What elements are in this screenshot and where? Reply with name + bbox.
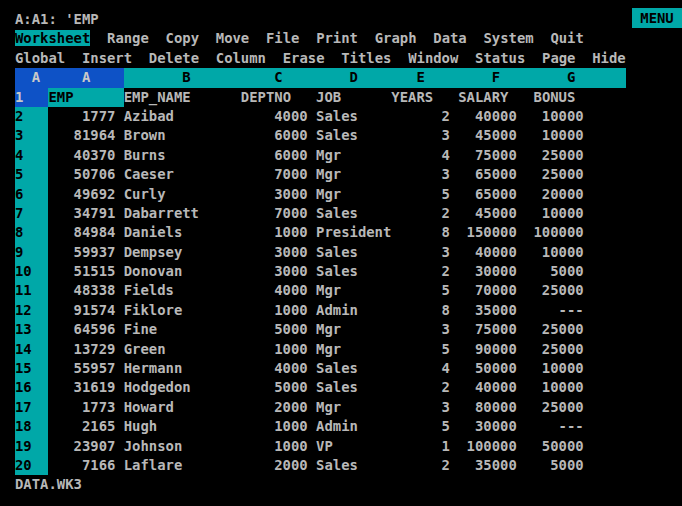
row-cells[interactable]: 34791 Dabarrett 7000 Sales 2 45000 10000	[48, 205, 583, 221]
sheet-row-10: 10 51515 Donovan 3000 Sales 2 30000 5000	[15, 262, 675, 281]
row-number-16[interactable]: 16	[15, 378, 48, 397]
row-cells[interactable]: 13729 Green 1000 Mgr 5 90000 25000	[48, 341, 583, 357]
mode-indicator: MENU	[632, 8, 682, 28]
row-number-19[interactable]: 19	[15, 437, 48, 456]
row-cells[interactable]: 23907 Johnson 1000 VP 1 100000 50000	[48, 438, 583, 454]
row-number-10[interactable]: 10	[15, 262, 48, 281]
row-number-6[interactable]: 6	[15, 185, 48, 204]
submenu-item-page[interactable]: Page	[542, 50, 575, 66]
menu-bar: Worksheet Range Copy Move File Print Gra…	[15, 29, 675, 48]
submenu-bar: Global Insert Delete Column Erase Titles…	[15, 49, 675, 68]
row-cells[interactable]: 7166 Laflare 2000 Sales 2 35000 5000	[48, 457, 583, 473]
row-number-13[interactable]: 13	[15, 320, 48, 339]
row-number-20[interactable]: 20	[15, 456, 48, 475]
row-cells[interactable]: 55957 Hermann 4000 Sales 4 50000 10000	[48, 360, 583, 376]
menu-item-print[interactable]: Print	[316, 30, 358, 46]
column-header-f[interactable]: F	[492, 69, 500, 85]
sheet-row-9: 9 59937 Dempsey 3000 Sales 3 40000 10000	[15, 243, 675, 262]
row-cells[interactable]: 81964 Brown 6000 Sales 3 45000 10000	[48, 127, 583, 143]
sheet-row-7: 7 34791 Dabarrett 7000 Sales 2 45000 100…	[15, 204, 675, 223]
text-grid: A:A1: 'EMPMENU Worksheet Range Copy Move…	[15, 10, 675, 495]
row-cells[interactable]: 91574 Fiklore 1000 Admin 8 35000 ---	[48, 302, 583, 318]
column-header-c[interactable]: C	[274, 69, 282, 85]
row-number-9[interactable]: 9	[15, 243, 48, 262]
row-cells[interactable]: 48338 Fields 4000 Mgr 5 70000 25000	[48, 282, 583, 298]
menu-item-file[interactable]: File	[266, 30, 299, 46]
row-number-3[interactable]: 3	[15, 126, 48, 145]
row-cells[interactable]: 2165 Hugh 1000 Admin 5 30000 ---	[48, 418, 583, 434]
cell-cursor-a1[interactable]: EMP	[48, 88, 123, 107]
row-number-5[interactable]: 5	[15, 165, 48, 184]
row-number-2[interactable]: 2	[15, 107, 48, 126]
row-cells[interactable]: 84984 Daniels 1000 President 8 150000 10…	[48, 224, 583, 240]
submenu-item-erase[interactable]: Erase	[283, 50, 325, 66]
row-number-1[interactable]: 1	[15, 88, 48, 107]
sheet-row-13: 13 64596 Fine 5000 Mgr 3 75000 25000	[15, 320, 675, 339]
row-cells[interactable]: 1773 Howard 2000 Mgr 3 80000 25000	[48, 399, 583, 415]
row-number-11[interactable]: 11	[15, 281, 48, 300]
row-number-8[interactable]: 8	[15, 223, 48, 242]
row-number-15[interactable]: 15	[15, 359, 48, 378]
frame-corner-and-column-a: A A	[15, 68, 124, 87]
sheet-row-11: 11 48338 Fields 4000 Mgr 5 70000 25000	[15, 281, 675, 300]
lotus-123-screen: A:A1: 'EMPMENU Worksheet Range Copy Move…	[0, 0, 682, 506]
sheet-row-1: 1 EMP EMP_NAME DEPTNO JOB YEARS SALARY B…	[15, 88, 675, 107]
sheet-row-15: 15 55957 Hermann 4000 Sales 4 50000 1000…	[15, 359, 675, 378]
sheet-rows: 1 EMP EMP_NAME DEPTNO JOB YEARS SALARY B…	[15, 88, 675, 476]
row-cells[interactable]: 51515 Donovan 3000 Sales 2 30000 5000	[48, 263, 583, 279]
sheet-row-4: 4 40370 Burns 6000 Mgr 4 75000 25000	[15, 146, 675, 165]
row-cells[interactable]: 49692 Curly 3000 Mgr 5 65000 20000	[48, 186, 583, 202]
column-header-e[interactable]: E	[417, 69, 425, 85]
sheet-row-20: 20 7166 Laflare 2000 Sales 2 35000 5000	[15, 456, 675, 475]
sheet-row-12: 12 91574 Fiklore 1000 Admin 8 35000 ---	[15, 301, 675, 320]
sheet-row-6: 6 49692 Curly 3000 Mgr 5 65000 20000	[15, 185, 675, 204]
menu-item-data[interactable]: Data	[433, 30, 466, 46]
submenu-item-column[interactable]: Column	[216, 50, 266, 66]
sheet-row-5: 5 50706 Caeser 7000 Mgr 3 65000 25000	[15, 165, 675, 184]
row-number-14[interactable]: 14	[15, 340, 48, 359]
submenu-item-hide[interactable]: Hide	[592, 50, 625, 66]
sheet-row-18: 18 2165 Hugh 1000 Admin 5 30000 ---	[15, 417, 675, 436]
column-header-row: A A B C D E F G	[15, 68, 675, 87]
row-cells[interactable]: 64596 Fine 5000 Mgr 3 75000 25000	[48, 321, 583, 337]
row-cells[interactable]: 50706 Caeser 7000 Mgr 3 65000 25000	[48, 166, 583, 182]
column-header-b[interactable]: B	[182, 69, 190, 85]
menu-item-copy[interactable]: Copy	[166, 30, 199, 46]
row-cells[interactable]: 31619 Hodgedon 5000 Sales 2 40000 10000	[48, 379, 583, 395]
row-number-17[interactable]: 17	[15, 398, 48, 417]
cell-reference: A:A1: 'EMP	[15, 11, 99, 27]
menu-item-range[interactable]: Range	[107, 30, 149, 46]
submenu-item-status[interactable]: Status	[475, 50, 525, 66]
submenu-item-global[interactable]: Global	[15, 50, 65, 66]
submenu-item-titles[interactable]: Titles	[341, 50, 391, 66]
menu-item-graph[interactable]: Graph	[375, 30, 417, 46]
header-cells[interactable]: EMP_NAME DEPTNO JOB YEARS SALARY BONUS	[124, 89, 576, 105]
sheet-row-19: 19 23907 Johnson 1000 VP 1 100000 50000	[15, 437, 675, 456]
menu-item-quit[interactable]: Quit	[550, 30, 583, 46]
row-cells[interactable]: 1777 Azibad 4000 Sales 2 40000 10000	[48, 108, 583, 124]
submenu-item-window[interactable]: Window	[408, 50, 458, 66]
sheet-row-3: 3 81964 Brown 6000 Sales 3 45000 10000	[15, 126, 675, 145]
sheet-letter[interactable]: A	[32, 69, 40, 85]
menu-item-worksheet[interactable]: Worksheet	[15, 30, 90, 46]
submenu-item-delete[interactable]: Delete	[149, 50, 199, 66]
row-number-12[interactable]: 12	[15, 301, 48, 320]
sheet-row-16: 16 31619 Hodgedon 5000 Sales 2 40000 100…	[15, 378, 675, 397]
row-number-18[interactable]: 18	[15, 417, 48, 436]
column-headers: B C D E F G	[124, 68, 626, 87]
filename: DATA.WK3	[15, 476, 82, 492]
sheet-row-14: 14 13729 Green 1000 Mgr 5 90000 25000	[15, 340, 675, 359]
submenu-item-insert[interactable]: Insert	[82, 50, 132, 66]
menu-item-system[interactable]: System	[483, 30, 533, 46]
sheet-row-2: 2 1777 Azibad 4000 Sales 2 40000 10000	[15, 107, 675, 126]
menu-item-move[interactable]: Move	[216, 30, 249, 46]
row-number-4[interactable]: 4	[15, 146, 48, 165]
sheet-row-17: 17 1773 Howard 2000 Mgr 3 80000 25000	[15, 398, 675, 417]
row-cells[interactable]: 40370 Burns 6000 Mgr 4 75000 25000	[48, 147, 583, 163]
column-header-g[interactable]: G	[567, 69, 575, 85]
column-header-d[interactable]: D	[350, 69, 358, 85]
control-panel-line: A:A1: 'EMPMENU	[15, 10, 675, 29]
row-cells[interactable]: 59937 Dempsey 3000 Sales 3 40000 10000	[48, 244, 583, 260]
row-number-7[interactable]: 7	[15, 204, 48, 223]
column-header-a[interactable]: A	[82, 69, 90, 85]
